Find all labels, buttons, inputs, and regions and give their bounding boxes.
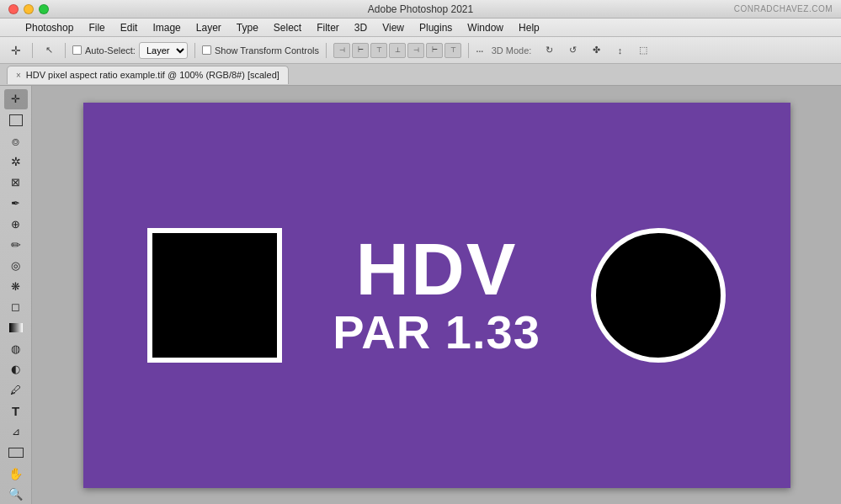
canvas-wrapper: HDV PAR 1.33 [83, 103, 790, 488]
healing-btn[interactable]: ⊕ [4, 214, 28, 234]
hdv-par-text: PAR 1.33 [333, 306, 540, 358]
path-icon: ⊿ [12, 426, 20, 438]
options-bar: ✛ ↖ Auto-Select: Layer Show Transform Co… [0, 37, 841, 64]
window-title: Adobe Photoshop 2021 [368, 3, 473, 15]
align-center-h[interactable]: ⊢ [352, 43, 369, 58]
hand-btn[interactable]: ✋ [4, 464, 28, 484]
main-area: ✛ ⌾ ✲ ⊠ ✒ ⊕ ✏ ◎ ❋ ◻ [0, 86, 841, 504]
transform-checkbox[interactable] [202, 45, 211, 55]
menu-help[interactable]: Help [512, 20, 546, 35]
magic-wand-btn[interactable]: ✲ [4, 151, 28, 172]
pen-icon: 🖊 [10, 384, 21, 396]
clone-icon: ◎ [11, 259, 20, 272]
zoom-icon: 🔍 [8, 487, 23, 501]
menu-3d[interactable]: 3D [348, 20, 374, 35]
close-button[interactable] [8, 4, 19, 14]
clone-btn[interactable]: ◎ [4, 256, 28, 276]
maximize-button[interactable] [39, 4, 49, 14]
shape-btn[interactable] [4, 443, 28, 463]
magic-wand-icon: ✲ [11, 155, 21, 168]
menu-type[interactable]: Type [230, 20, 265, 35]
menu-window[interactable]: Window [460, 20, 510, 35]
move-tool-btn[interactable]: ✛ [4, 89, 28, 109]
title-bar: Adobe Photoshop 2021 CONRADCHAVEZ.COM [0, 0, 841, 19]
website-label: CONRADCHAVEZ.COM [734, 4, 833, 13]
3d-mode-label: 3D Mode: [488, 45, 535, 56]
selection-tool-btn[interactable] [4, 110, 28, 130]
eyedropper-btn[interactable]: ✒ [4, 194, 28, 214]
align-left[interactable]: ⊣ [333, 43, 350, 58]
eraser-icon: ◻ [11, 300, 20, 313]
zoom-btn[interactable]: 🔍 [4, 484, 28, 504]
menu-photoshop[interactable]: Photoshop [19, 20, 80, 35]
transform-label: Show Transform Controls [215, 45, 319, 56]
auto-select-label: Auto-Select: [85, 45, 136, 56]
history-icon: ❋ [11, 280, 20, 293]
layer-select[interactable]: Layer [139, 42, 188, 59]
menu-plugins[interactable]: Plugins [413, 20, 459, 35]
move-tool-icon[interactable]: ✛ [7, 41, 25, 60]
traffic-lights[interactable] [0, 4, 49, 14]
type-icon: T [12, 404, 19, 418]
transform-controls-group: Show Transform Controls [202, 45, 319, 56]
menu-image[interactable]: Image [146, 20, 187, 35]
menu-view[interactable]: View [375, 20, 411, 35]
lasso-icon: ⌾ [12, 134, 19, 148]
canvas: HDV PAR 1.33 [83, 103, 790, 488]
more-options-button[interactable]: ··· [476, 44, 483, 57]
brush-btn[interactable]: ✏ [4, 235, 28, 255]
dodge-icon: ◐ [11, 363, 20, 375]
align-top[interactable]: ⊥ [389, 43, 406, 58]
arrow-tool-icon[interactable]: ↖ [40, 41, 58, 60]
selection-icon [9, 114, 23, 126]
menu-filter[interactable]: Filter [310, 20, 346, 35]
3d-scale-icon[interactable]: ⬚ [634, 41, 652, 60]
hdv-circle-shape [591, 228, 726, 363]
3d-roll-icon[interactable]: ↺ [563, 41, 582, 60]
tab-label: HDV pixel aspect ratio example.tif @ 100… [26, 70, 279, 80]
3d-slide-icon[interactable]: ↕ [610, 41, 629, 60]
blur-btn[interactable]: ◍ [4, 338, 28, 358]
canvas-content: HDV PAR 1.33 [83, 103, 790, 488]
align-extra[interactable]: ⊤ [444, 43, 461, 58]
path-selection-btn[interactable]: ⊿ [4, 422, 28, 442]
left-toolbar: ✛ ⌾ ✲ ⊠ ✒ ⊕ ✏ ◎ ❋ ◻ [0, 86, 32, 504]
separator-2 [65, 43, 66, 58]
menu-edit[interactable]: Edit [114, 20, 145, 35]
gradient-btn[interactable] [4, 318, 28, 338]
crop-icon: ⊠ [11, 176, 20, 188]
tab-close-button[interactable]: × [16, 71, 21, 80]
separator-5 [468, 43, 469, 58]
dodge-btn[interactable]: ◐ [4, 359, 28, 379]
menu-select[interactable]: Select [267, 20, 308, 35]
align-right[interactable]: ⊤ [370, 43, 387, 58]
hand-icon: ✋ [8, 467, 23, 480]
type-btn[interactable]: T [4, 401, 28, 422]
move-tool-icon: ✛ [11, 93, 20, 105]
align-bottom[interactable]: ⊢ [426, 43, 443, 58]
gradient-icon [9, 323, 23, 332]
3d-rotate-icon[interactable]: ↻ [540, 41, 558, 60]
tab-bar: × HDV pixel aspect ratio example.tif @ 1… [0, 64, 841, 86]
hdv-square-shape [147, 228, 282, 363]
crop-tool-btn[interactable]: ⊠ [4, 172, 28, 193]
auto-select-checkbox[interactable] [72, 45, 82, 55]
document-tab[interactable]: × HDV pixel aspect ratio example.tif @ 1… [7, 66, 289, 84]
eyedropper-icon: ✒ [11, 197, 20, 210]
brush-icon: ✏ [11, 238, 21, 252]
pen-btn[interactable]: 🖊 [4, 380, 28, 401]
menu-bar: Photoshop File Edit Image Layer Type Sel… [0, 19, 841, 37]
align-middle-v[interactable]: ⊣ [407, 43, 424, 58]
hdv-text-group: HDV PAR 1.33 [333, 232, 540, 358]
history-btn[interactable]: ❋ [4, 276, 28, 296]
eraser-btn[interactable]: ◻ [4, 297, 28, 317]
minimize-button[interactable] [24, 4, 34, 14]
3d-pan-icon[interactable]: ✤ [587, 41, 605, 60]
align-buttons: ⊣ ⊢ ⊤ ⊥ ⊣ ⊢ ⊤ [333, 43, 461, 58]
healing-icon: ⊕ [11, 218, 20, 231]
menu-file[interactable]: File [82, 20, 111, 35]
menu-layer[interactable]: Layer [189, 20, 228, 35]
separator-1 [32, 43, 33, 58]
lasso-tool-btn[interactable]: ⌾ [4, 130, 28, 151]
hdv-title-text: HDV [356, 232, 518, 306]
